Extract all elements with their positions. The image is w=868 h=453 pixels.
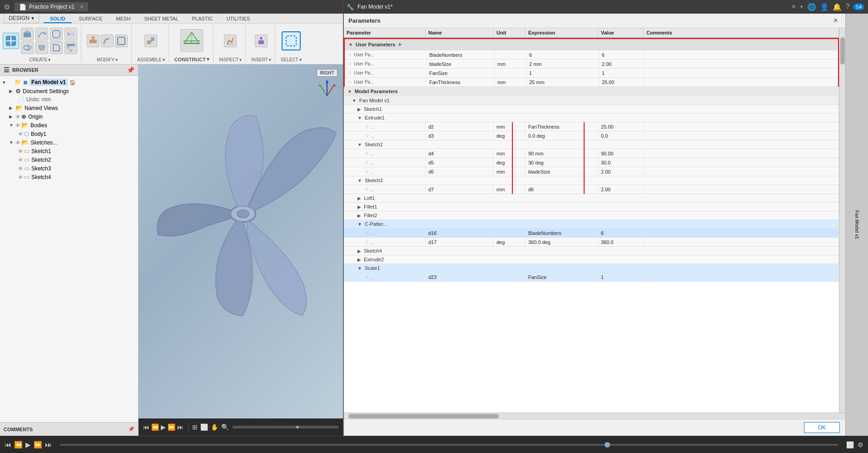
create-revolve-icon[interactable] [21,41,34,54]
expand-user-params-icon[interactable]: ▼ [348,42,353,47]
eye7-icon[interactable]: 👁 [18,166,23,171]
create-mirror-icon[interactable] [64,28,77,40]
assemble-icon[interactable] [144,35,157,47]
tree-item-fan-model[interactable]: ▼ 📁 ◼ Fan Model v1 🏠 [0,78,138,87]
tab-utilities[interactable]: UTILITIES [220,15,256,23]
view-zoom-icon[interactable]: 🔍 [221,423,229,431]
model-params-header[interactable]: ▼ Model Parameters [344,87,839,96]
create-chamfer-icon[interactable] [50,41,63,54]
scale1-header[interactable]: ▼ Scale1 [344,264,839,273]
construct-icon[interactable] [180,29,203,52]
create-new-body-icon[interactable] [3,33,19,49]
fillet2-header[interactable]: ▶ Fillet2 [344,211,839,220]
row-d23[interactable]: ☆... d23 FanSize 1 [344,273,839,282]
expand-extrude1-icon[interactable]: ▼ [357,115,362,120]
user-param-row-fan-size[interactable]: ☆User Pa... FanSize 1 1 [345,69,838,78]
tree-item-named-views[interactable]: ▶ 📂 Named Views [0,104,138,112]
tree-item-sketch4[interactable]: 👁 ▭ Sketch4 [0,173,138,181]
expand-sketch4-icon[interactable]: ▶ [357,249,361,254]
step-back-icon[interactable]: ⏪ [151,423,159,431]
create-sweep-icon[interactable] [35,28,48,40]
extrude2-header[interactable]: ▶ Extrude2 [344,255,839,264]
eye8-icon[interactable]: 👁 [18,174,23,180]
play-icon[interactable]: ▶ [161,423,166,431]
eye3-icon[interactable]: 👁 [18,131,23,137]
modify-press-pull-icon[interactable] [87,35,99,47]
view-pan-icon[interactable]: ✋ [211,423,218,431]
view-grid-icon[interactable]: ⊞ [192,423,198,431]
row-d5[interactable]: ☆... d5 deg 30 deg 30.0 [344,158,839,167]
create-loft-icon[interactable] [35,41,48,54]
app-skip-back[interactable]: ⏮ [5,441,11,448]
user-param-row-fan-thickness[interactable]: ☆User Pa... FanThickness mm 25 mm 25.00 [345,78,838,87]
eye5-icon[interactable]: 👁 [18,149,23,154]
row-d6[interactable]: ☆... d6 mm bladeSize 2.00 [344,167,839,176]
expand-loft1-icon[interactable]: ▶ [357,196,361,201]
tree-item-sketch1[interactable]: 👁 ▭ Sketch1 [0,147,138,155]
tab-surface[interactable]: SURFACE [73,15,109,23]
create-fillet-icon[interactable] [50,28,63,40]
eye6-icon[interactable]: 👁 [18,157,23,163]
expand-extrude2-icon[interactable]: ▶ [357,257,361,262]
modify-fillet-icon[interactable] [101,35,114,47]
tree-item-sketch2[interactable]: 👁 ▭ Sketch2 [0,155,138,164]
left-close-icon[interactable]: × [80,3,84,10]
app-step-forward[interactable]: ⏩ [34,441,42,449]
row-d17[interactable]: ☆... d17 deg 360.0 deg 360.0 [344,238,839,247]
add-param-icon[interactable]: + [398,41,402,48]
comments-pin-icon[interactable]: 📌 [128,426,134,432]
home-icon[interactable]: 🏠 [69,80,76,85]
tree-item-bodies[interactable]: ▼ 👁 📂 Bodies [0,121,138,129]
browser-pin-icon[interactable]: 📌 [127,66,134,74]
tree-item-units[interactable]: 📄 Units: mm [0,95,138,104]
row-d3[interactable]: ☆... d3 deg 0.0 deg 0.0 [344,131,839,140]
eye2-icon[interactable]: 👁 [15,123,20,128]
user-param-row-blade-size[interactable]: ☆User Pa... bladeSize mm 2 mm 2.00 [345,60,838,69]
tree-item-sketches[interactable]: ▼ 👁 📂 Sketches... [0,138,138,147]
row-d2[interactable]: ☆... d2 mm FanThickness 25.00 [344,122,839,131]
c-pattern-header[interactable]: ▼ C-Patter... [344,220,839,229]
modify-shell-icon[interactable] [115,35,128,47]
insert-icon[interactable] [255,35,268,47]
globe-icon[interactable]: 🌐 [807,3,816,11]
tab-solid[interactable]: SOLID [44,15,72,23]
create-extrude-icon[interactable] [21,28,34,40]
app-play[interactable]: ▶ [25,441,31,449]
tab-mesh[interactable]: MESH [110,15,137,23]
extrude1-header[interactable]: ▼ Extrude1 [344,114,839,122]
user-params-header[interactable]: ▼ User Parameters + [345,39,838,50]
expand-fillet1-icon[interactable]: ▶ [357,204,361,209]
sketch4-header[interactable]: ▶ Sketch4 [344,247,839,255]
expand-scale1-icon[interactable]: ▼ [357,266,362,271]
user-param-row-blade-numbers[interactable]: ☆User Pa... BladeNumbers 6 6 [345,50,838,60]
row-d7[interactable]: ☆... d7 mm d6 2.00 [344,185,839,194]
expand-c-pattern-icon[interactable]: ▼ [357,222,362,227]
inspect-icon[interactable] [224,35,237,47]
expand-sketch2-icon[interactable]: ▼ [357,142,362,147]
ok-button[interactable]: OK [804,422,840,433]
eye-icon[interactable]: 👁 [15,114,20,119]
sketch3-header[interactable]: ▼ Sketch3 [344,176,839,185]
expand-fillet2-icon[interactable]: ▶ [357,213,361,218]
skip-back-icon[interactable]: ⏮ [143,423,149,431]
expand-fan-model-icon[interactable]: ▼ [352,98,357,103]
design-button[interactable]: DESIGN ▾ [4,14,39,23]
sketch1-header[interactable]: ▶ Sketch1 [344,105,839,114]
expand-model-params-icon[interactable]: ▼ [347,89,352,94]
create-pattern-icon[interactable] [64,41,77,54]
bottom-view-icon1[interactable]: ⬜ [846,441,854,448]
tab-sheet-metal[interactable]: SHEET METAL [138,15,184,23]
help-icon[interactable]: ? [845,3,849,11]
new-tab-icon[interactable]: + [799,3,804,11]
person-icon[interactable]: 👤 [820,3,829,11]
row-d4[interactable]: ☆... d4 mm 90 mm 90.00 [344,149,839,158]
tree-item-body1[interactable]: 👁 ⬡ Body1 [0,129,138,138]
bell-icon[interactable]: 🔔 [833,3,842,11]
params-close-icon[interactable]: × [830,16,841,25]
app-skip-forward[interactable]: ⏭ [45,441,52,448]
tab-plastic[interactable]: PLASTIC [186,15,219,23]
select-icon[interactable] [282,31,301,50]
sketch2-header[interactable]: ▼ Sketch2 [344,140,839,149]
expand-sketch3-icon[interactable]: ▼ [357,178,362,183]
fillet1-header[interactable]: ▶ Fillet1 [344,203,839,211]
